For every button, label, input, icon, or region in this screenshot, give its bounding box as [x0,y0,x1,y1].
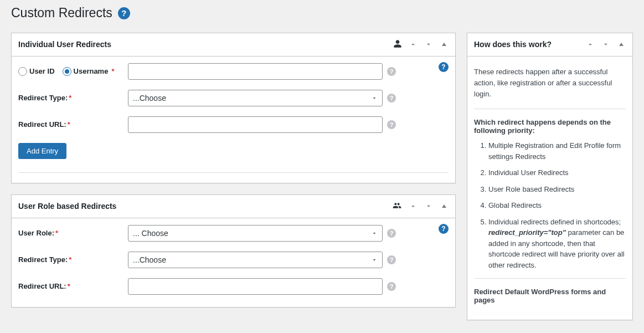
priority-item5-pre: Individual redirects defined in shortcod… [488,218,621,226]
field-help-icon[interactable]: ? [387,120,396,129]
redirect-type-select[interactable]: ...Choose [128,90,383,106]
panel-help-icon[interactable]: ? [439,224,449,234]
toggle-panel-button[interactable] [440,40,449,49]
user-role-select[interactable]: ... Choose [128,225,383,242]
user-role-label: User Role: [18,229,54,237]
radio-icon [18,67,27,76]
divider [474,278,626,279]
add-entry-button[interactable]: Add Entry [18,143,66,159]
field-help-icon[interactable]: ? [387,94,396,103]
field-help-icon[interactable]: ? [387,229,396,238]
priority-item: Global Redirects [488,200,626,211]
field-help-icon[interactable]: ? [387,282,396,291]
user-id-radio[interactable]: User ID [18,67,55,76]
panel-header-how: How does this work? [467,33,632,57]
divider [474,109,626,109]
panel-role-redirects: User Role based Redirects [11,194,456,308]
priority-item: Individual redirects defined in shortcod… [488,217,626,271]
toggle-panel-button[interactable] [617,40,626,49]
radio-icon [63,67,71,76]
move-down-button[interactable] [424,40,433,49]
panel-how-it-works: How does this work? These r [467,33,633,320]
redirect-url-input[interactable] [128,116,383,133]
priority-item5-em: redirect_priority="top" [488,228,566,237]
required-marker: * [55,229,58,237]
page-title-text: Custom Redirects [11,5,112,22]
move-up-button[interactable] [586,40,595,49]
sidebar-priority-list: Multiple Registration and Edit Profile f… [474,140,626,270]
priority-item: Multiple Registration and Edit Profile f… [488,140,626,162]
user-icon [393,39,402,50]
move-up-button[interactable] [409,40,418,49]
panel-help-icon[interactable]: ? [439,62,449,72]
required-marker: * [69,94,71,102]
panel-title-role: User Role based Redirects [18,202,116,211]
panel-header-role: User Role based Redirects [12,195,455,218]
user-id-radio-label: User ID [29,67,55,75]
field-help-icon[interactable]: ? [387,255,396,264]
redirect-type-label: Redirect Type: [18,94,68,102]
move-down-button[interactable] [424,202,433,211]
help-icon[interactable]: ? [118,7,130,19]
username-radio[interactable]: Username * [63,67,115,76]
move-down-button[interactable] [601,40,610,49]
panel-title-how: How does this work? [474,40,552,49]
username-radio-label: Username [74,67,109,75]
toggle-panel-button[interactable] [440,202,449,211]
move-up-button[interactable] [409,202,418,211]
redirect-type-label: Redirect Type: [18,255,68,264]
priority-item: Individual User Redirects [488,167,626,178]
required-marker: * [68,282,70,290]
panel-title-individual: Individual User Redirects [18,40,111,49]
redirect-url-label: Redirect URL: [18,120,66,129]
priority-item: User Role based Redirects [488,184,626,195]
divider [18,172,449,173]
sidebar-priority-heading: Which redirect happens depends on the fo… [474,118,626,135]
panel-header-individual: Individual User Redirects [12,33,455,57]
sidebar-intro-text: These redirects happen after a successfu… [474,66,626,100]
field-help-icon[interactable]: ? [387,67,396,76]
username-input[interactable] [128,63,383,80]
redirect-type-select[interactable]: ...Choose [128,252,383,268]
redirect-url-input[interactable] [128,278,383,295]
required-marker: * [69,255,71,264]
sidebar-footer-heading: Redirect Default WordPress forms and pag… [474,288,626,304]
page-title: Custom Redirects ? [11,0,633,33]
required-marker: * [111,67,114,75]
redirect-url-label: Redirect URL: [18,282,66,290]
panel-individual-redirects: Individual User Redirects [11,33,456,183]
users-icon [392,201,402,212]
required-marker: * [68,120,70,129]
